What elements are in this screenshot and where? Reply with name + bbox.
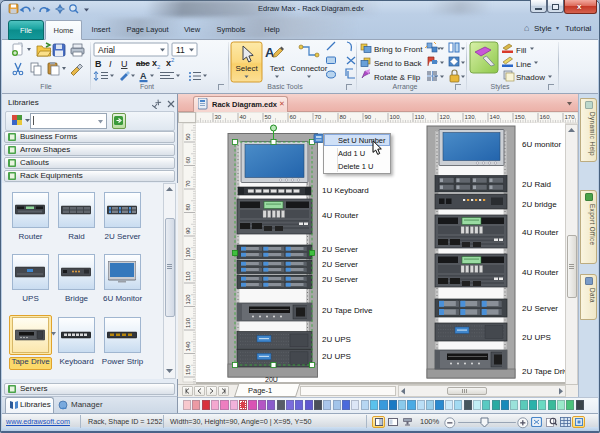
svg-text:80: 80	[340, 114, 347, 120]
svg-text:2U Server: 2U Server	[322, 275, 358, 284]
svg-text:120: 120	[440, 114, 451, 120]
svg-text:2U UPS: 2U UPS	[522, 333, 551, 342]
svg-text:130: 130	[465, 114, 476, 120]
svg-text:2U bridge: 2U bridge	[522, 200, 557, 209]
svg-text:A: A	[140, 71, 147, 81]
svg-text:Connector: Connector	[291, 64, 328, 73]
svg-text:50: 50	[185, 133, 191, 140]
svg-text:I: I	[109, 59, 112, 69]
svg-text:4U Router: 4U Router	[522, 228, 559, 237]
svg-text:11: 11	[176, 45, 185, 55]
svg-text:60: 60	[290, 114, 297, 120]
svg-text:70: 70	[315, 114, 322, 120]
svg-text:40: 40	[240, 114, 247, 120]
svg-text:100: 100	[390, 114, 401, 120]
svg-text:Shadow: Shadow	[516, 73, 545, 82]
svg-text:70: 70	[185, 180, 191, 187]
svg-text:110: 110	[415, 114, 425, 120]
svg-text:100: 100	[185, 247, 191, 258]
svg-text:Rotate & Flip: Rotate & Flip	[374, 73, 421, 82]
svg-text:2U Raid: 2U Raid	[522, 180, 551, 189]
svg-text:1U Keyboard: 1U Keyboard	[322, 186, 369, 195]
svg-text:110: 110	[185, 271, 191, 281]
svg-text:2U Tape Drive: 2U Tape Drive	[522, 367, 565, 376]
svg-text:2U UPS: 2U UPS	[322, 335, 351, 344]
svg-text:4U Router: 4U Router	[322, 211, 359, 220]
svg-text:30: 30	[215, 114, 222, 120]
svg-text:50: 50	[265, 114, 272, 120]
svg-text:140: 140	[185, 341, 191, 352]
svg-text:2U Server: 2U Server	[322, 245, 358, 254]
svg-text:U: U	[121, 59, 128, 69]
svg-text:170: 170	[565, 114, 576, 120]
svg-text:B: B	[95, 59, 102, 69]
svg-text:Send to Back: Send to Back	[374, 59, 423, 68]
svg-text:abc: abc	[136, 59, 150, 68]
svg-text:160: 160	[540, 114, 551, 120]
svg-text:140: 140	[490, 114, 501, 120]
svg-text:Line: Line	[516, 60, 532, 69]
svg-text:4U Router: 4U Router	[522, 268, 559, 277]
svg-text:Select: Select	[235, 64, 258, 73]
svg-text:2U Server: 2U Server	[522, 304, 558, 313]
svg-text:80: 80	[185, 203, 191, 210]
svg-text:2: 2	[157, 64, 161, 70]
svg-text:Bring to Front: Bring to Front	[374, 45, 423, 54]
svg-text:2U UPS: 2U UPS	[322, 352, 351, 361]
svg-text:90: 90	[185, 227, 191, 234]
svg-text:150: 150	[515, 114, 526, 120]
svg-text:2U Tape Drive: 2U Tape Drive	[322, 306, 373, 315]
svg-text:120: 120	[185, 294, 191, 305]
svg-text:20U: 20U	[265, 376, 278, 383]
svg-text:Arial: Arial	[98, 45, 115, 55]
svg-text:Text: Text	[270, 64, 285, 73]
svg-text:150: 150	[185, 364, 191, 375]
svg-text:2: 2	[171, 57, 175, 63]
svg-text:130: 130	[185, 317, 191, 328]
svg-text:Fill: Fill	[516, 46, 526, 55]
svg-text:2U Server: 2U Server	[322, 260, 358, 269]
svg-text:60: 60	[185, 156, 191, 163]
svg-text:90: 90	[365, 114, 372, 120]
svg-text:6U monitor: 6U monitor	[522, 140, 561, 149]
svg-text:A: A	[265, 45, 275, 60]
